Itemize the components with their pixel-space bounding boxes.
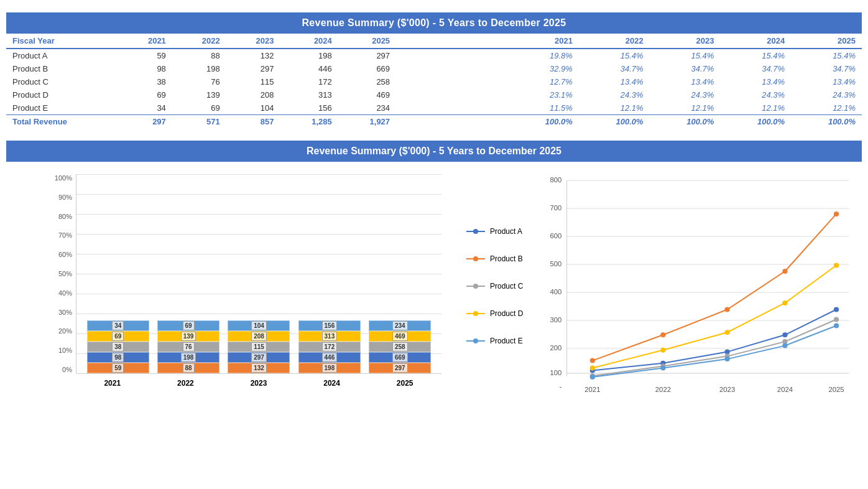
table-row: Product C387611517225812.7%13.4%13.4%13.… [6, 75, 862, 88]
bar-label-2021-A: 59 [112, 363, 124, 373]
bar-label-2024-D: 313 [322, 332, 338, 341]
svg-text:2021: 2021 [584, 386, 600, 393]
bar-segment-2021-B: 98 [87, 352, 149, 363]
pct-cell: 15.4% [579, 49, 650, 62]
svg-text:2024: 2024 [777, 386, 793, 393]
bar-segment-2025-D: 469 [369, 331, 431, 342]
svg-point-7 [473, 311, 478, 316]
pct-cell: 12.1% [579, 101, 650, 115]
bar-group-2021: 5998386934 [84, 320, 152, 373]
spacer-cell [396, 49, 508, 62]
bar-label-2024-A: 198 [322, 363, 338, 373]
table-cell: 132 [226, 49, 280, 62]
bar-chart-area: 100% 90% 80% 70% 60% 50% 40% 30% 20% 10%… [6, 162, 454, 423]
table-cell: 139 [172, 88, 226, 101]
legend-label-e: Product E [490, 337, 523, 345]
x-2022: 2022 [177, 379, 194, 388]
bar-segment-2022-B: 198 [157, 352, 219, 363]
dot-d-2024 [782, 300, 787, 305]
y-50: 50% [58, 270, 72, 277]
bar-stack-2025: 297669258469234 [369, 320, 431, 373]
table-cell: 34 [118, 101, 172, 115]
bar-group-2023: 132297115208104 [224, 320, 293, 373]
bar-segment-2021-C: 38 [87, 342, 149, 352]
y-10: 10% [58, 347, 72, 354]
pct-year-2021-header: 2021 [508, 34, 579, 49]
bar-group-2024: 198446172313156 [295, 320, 364, 373]
bar-segment-2024-E: 156 [298, 320, 361, 331]
table-cell: 104 [226, 101, 280, 115]
bar-label-2021-D: 69 [112, 332, 124, 341]
bar-group-2022: 881987613969 [154, 320, 223, 373]
product-name: Product C [6, 75, 118, 88]
dot-b-2025 [834, 212, 839, 217]
bar-label-2023-B: 297 [251, 353, 267, 362]
legend-panel: Product A Product B Product C Product D [460, 174, 535, 398]
spacer-cell [396, 62, 508, 75]
pct-cell: 12.1% [650, 101, 721, 115]
year-2021-header: 2021 [118, 34, 172, 49]
table-cell: 258 [338, 75, 396, 88]
svg-text:100: 100 [550, 369, 561, 376]
bar-segment-2022-D: 139 [157, 331, 219, 342]
line-chart-svg: 800 700 600 500 400 300 200 100 - 2021 2… [535, 174, 856, 398]
table-cell: 469 [338, 88, 396, 101]
pct-cell: 19.8% [508, 49, 579, 62]
table-cell: 198 [280, 49, 338, 62]
pct-total-cell: 100.0% [650, 115, 721, 129]
pct-total-cell: 100.0% [791, 115, 862, 129]
table-section: Revenue Summary ($'000) - 5 Years to Dec… [6, 12, 862, 128]
dot-a-2024 [782, 332, 787, 337]
pct-cell: 15.4% [720, 49, 791, 62]
fiscal-year-header: Fiscal Year [6, 34, 118, 49]
bar-segment-2023-D: 208 [228, 331, 290, 342]
dot-d-2022 [660, 348, 665, 353]
bar-segment-2024-A: 198 [298, 363, 361, 373]
y-80: 80% [58, 213, 72, 220]
dot-b-2024 [782, 269, 787, 274]
line-product-e [593, 326, 836, 378]
spacer-header [396, 34, 508, 49]
dot-d-2023 [724, 330, 729, 335]
table-cell: 198 [172, 62, 226, 75]
legend-line-a [466, 228, 485, 235]
pct-cell: 24.3% [791, 88, 862, 101]
y-90: 90% [58, 193, 72, 201]
svg-point-1 [473, 229, 478, 234]
bar-label-2024-E: 156 [322, 321, 338, 330]
pct-cell: 34.7% [791, 62, 862, 75]
dot-c-2025 [834, 317, 839, 322]
page-wrapper: Revenue Summary ($'000) - 5 Years to Dec… [0, 0, 868, 435]
product-name: Product B [6, 62, 118, 75]
x-2025: 2025 [397, 379, 413, 388]
table-row: Product B9819829744666932.9%34.7%34.7%34… [6, 62, 862, 75]
table-cell: 69 [172, 101, 226, 115]
bar-label-2023-E: 104 [251, 321, 267, 330]
y-40: 40% [58, 289, 72, 297]
total-cell: 1,927 [338, 115, 396, 129]
pct-cell: 13.4% [650, 75, 721, 88]
pct-year-2024-header: 2024 [720, 34, 791, 49]
dot-b-2023 [724, 307, 729, 312]
pct-cell: 13.4% [720, 75, 791, 88]
product-name: Product D [6, 88, 118, 101]
table-row: Product D6913920831346923.1%24.3%24.3%24… [6, 88, 862, 101]
bar-label-2022-A: 88 [183, 363, 195, 373]
pct-cell: 34.7% [579, 62, 650, 75]
table-row: Product A598813219829719.8%15.4%15.4%15.… [6, 49, 862, 62]
x-axis-labels: 2021 2022 2023 2024 2025 [76, 375, 441, 392]
bar-segment-2021-A: 59 [87, 363, 149, 373]
dot-d-2021 [590, 366, 595, 371]
bar-segment-2023-E: 104 [228, 320, 290, 331]
dot-b-2021 [590, 358, 595, 363]
pct-total-cell: 100.0% [508, 115, 579, 129]
bar-stack-2023: 132297115208104 [228, 320, 290, 373]
pct-cell: 34.7% [720, 62, 791, 75]
pct-cell: 24.3% [579, 88, 650, 101]
bar-segment-2021-E: 34 [87, 320, 149, 331]
bar-segment-2023-A: 132 [228, 363, 290, 373]
legend-label-a: Product A [490, 227, 522, 236]
bar-label-2025-D: 469 [392, 332, 408, 341]
spacer-cell [396, 101, 508, 115]
y-60: 60% [58, 251, 72, 258]
